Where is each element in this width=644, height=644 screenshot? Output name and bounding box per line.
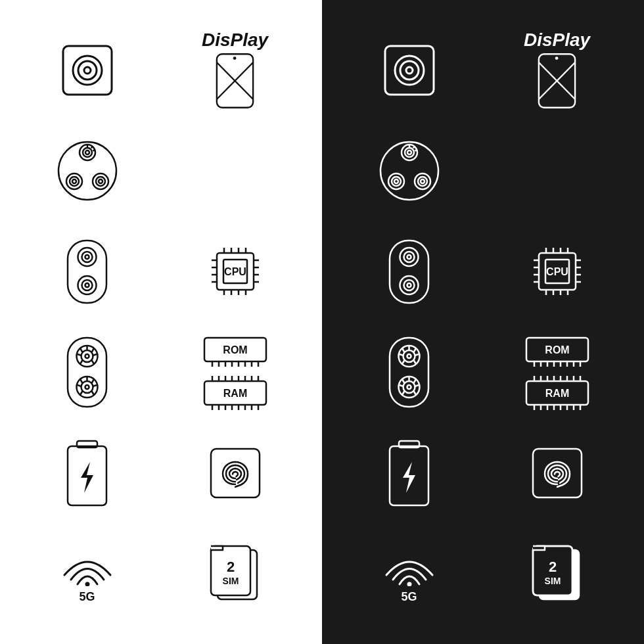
svg-text:SIM: SIM [544, 576, 561, 586]
svg-point-110 [555, 57, 559, 60]
battery-icon-dark [370, 434, 449, 513]
svg-point-131 [404, 280, 415, 290]
svg-rect-204 [533, 449, 582, 497]
svg-point-18 [93, 173, 108, 189]
dual-shutter-pill-icon-dark [370, 333, 449, 412]
triple-camera-icon-dark [370, 131, 449, 210]
svg-line-14 [93, 150, 95, 151]
row-3-dark: CPU [335, 232, 631, 311]
rom-ram-col-light: ROM [196, 335, 275, 410]
svg-point-27 [85, 283, 89, 287]
dual-camera-pill-icon-dark [370, 232, 449, 311]
display-label-dark: DisPlay [524, 31, 590, 49]
svg-line-119 [415, 150, 417, 151]
display-icon-dark: DisPlay [518, 31, 597, 110]
dark-panel: DisPlay [322, 0, 644, 644]
row-2-dark [335, 131, 631, 210]
svg-line-162 [414, 360, 417, 364]
5g-label-light: 5G [79, 590, 95, 604]
dual-camera-pill-icon-light [48, 232, 127, 311]
svg-marker-98 [81, 462, 93, 493]
5g-icon-light: 5G [48, 534, 127, 613]
svg-point-122 [394, 179, 398, 183]
svg-point-120 [388, 173, 404, 189]
svg-line-160 [414, 348, 417, 352]
svg-rect-99 [211, 449, 260, 497]
svg-text:ROM: ROM [223, 344, 247, 356]
5g-label-dark: 5G [401, 590, 417, 604]
svg-line-170 [414, 379, 417, 383]
svg-text:RAM: RAM [545, 388, 568, 399]
svg-point-205 [407, 582, 411, 587]
svg-line-172 [414, 391, 417, 395]
svg-point-165 [407, 385, 411, 389]
svg-text:RAM: RAM [223, 388, 246, 399]
svg-point-107 [400, 61, 419, 80]
svg-point-24 [85, 255, 89, 259]
svg-point-10 [83, 148, 92, 157]
svg-rect-0 [63, 46, 112, 95]
svg-point-154 [403, 350, 415, 362]
svg-point-128 [404, 252, 415, 262]
svg-line-13 [91, 146, 93, 149]
svg-line-54 [80, 360, 83, 364]
svg-line-169 [402, 391, 405, 395]
svg-point-11 [85, 150, 89, 154]
fingerprint-icon-light [196, 434, 275, 513]
svg-point-15 [66, 173, 82, 189]
cpu-icon-dark: CPU [518, 232, 597, 311]
svg-point-17 [72, 179, 76, 183]
row-5 [13, 434, 309, 513]
svg-line-157 [402, 348, 405, 352]
cpu-icon-light: CPU [196, 232, 275, 311]
svg-point-108 [406, 67, 413, 74]
svg-point-132 [407, 283, 411, 287]
svg-point-130 [400, 276, 419, 294]
row-4-dark: ROM RAM [335, 333, 631, 412]
camera-square-icon-dark [370, 31, 449, 110]
svg-point-123 [415, 173, 430, 189]
svg-point-19 [96, 177, 105, 186]
svg-point-100 [85, 582, 89, 587]
svg-point-26 [82, 280, 93, 290]
svg-point-60 [85, 385, 89, 389]
svg-text:2: 2 [548, 559, 556, 575]
display-label-light: DisPlay [202, 31, 268, 49]
svg-line-67 [92, 391, 95, 395]
svg-point-2 [78, 61, 97, 80]
svg-point-50 [85, 354, 89, 358]
display-icon-light: DisPlay [196, 31, 275, 110]
svg-point-22 [78, 248, 97, 266]
sim-icon-light: 2 SIM [196, 534, 275, 613]
fingerprint-icon-dark [518, 434, 597, 513]
svg-point-124 [418, 177, 427, 186]
empty-light-2 [196, 131, 275, 210]
svg-rect-105 [385, 46, 434, 95]
row-4: ROM [13, 333, 309, 412]
empty-dark-2 [518, 131, 597, 210]
sim-icon-dark: 2 SIM [518, 534, 597, 613]
row-6-dark: 5G 2 SIM [335, 534, 631, 613]
svg-line-167 [402, 379, 405, 383]
battery-icon-light [48, 434, 127, 513]
svg-point-59 [81, 381, 93, 393]
svg-point-115 [405, 148, 414, 157]
svg-line-52 [80, 348, 83, 352]
svg-point-129 [407, 255, 411, 259]
svg-line-55 [92, 348, 95, 352]
svg-point-25 [78, 276, 97, 294]
svg-point-116 [407, 150, 411, 154]
svg-point-164 [403, 381, 415, 393]
svg-point-16 [70, 177, 79, 186]
camera-square-icon-light [48, 31, 127, 110]
svg-point-125 [421, 179, 425, 183]
svg-line-65 [92, 379, 95, 383]
svg-text:CPU: CPU [224, 266, 246, 277]
svg-line-64 [80, 391, 83, 395]
svg-point-49 [81, 350, 93, 362]
svg-point-155 [407, 354, 411, 358]
svg-point-23 [82, 252, 93, 262]
svg-point-121 [392, 177, 401, 186]
5g-icon-dark: 5G [370, 534, 449, 613]
row-1: DisPlay [13, 31, 309, 110]
